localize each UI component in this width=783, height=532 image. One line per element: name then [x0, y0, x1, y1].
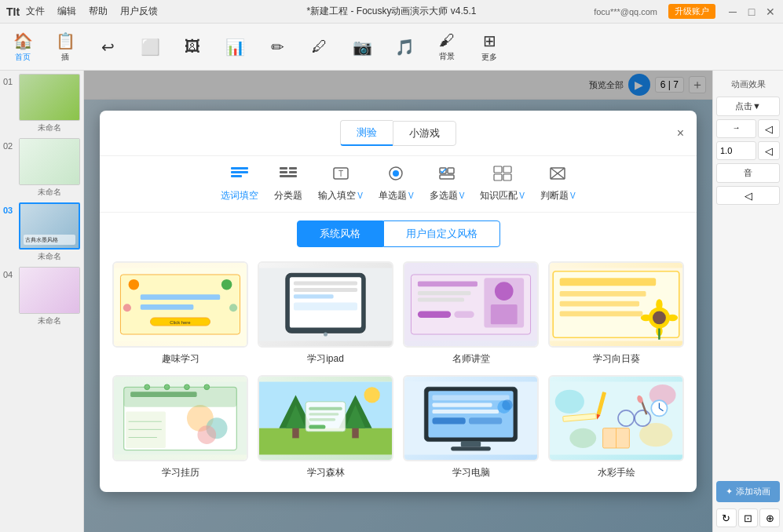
- svg-point-57: [668, 315, 679, 321]
- toolbar-camera[interactable]: 📷: [342, 27, 382, 67]
- input-fill-icon: T: [331, 166, 350, 186]
- toolbar-image[interactable]: 🖼: [173, 27, 212, 67]
- animation-value-input[interactable]: [716, 141, 756, 160]
- qtype-classify[interactable]: 分类题: [274, 166, 302, 202]
- template-computer[interactable]: 学习电脑: [403, 375, 539, 479]
- animation-speed-input[interactable]: →: [716, 119, 756, 138]
- template-teacher-label: 名师讲堂: [452, 352, 490, 366]
- tab-quiz[interactable]: 测验: [340, 120, 393, 146]
- refresh-icon[interactable]: ↻: [716, 508, 737, 527]
- toolbar-insert[interactable]: 📋 插: [46, 27, 85, 67]
- minimize-button[interactable]: ─: [726, 5, 739, 18]
- toolbar-more[interactable]: ⊞ 更多: [470, 27, 509, 67]
- template-calendar[interactable]: 学习挂历: [112, 375, 248, 479]
- image-icon: 🖼: [185, 38, 200, 56]
- template-thumb-sunflower: [548, 261, 684, 348]
- template-ipad[interactable]: 学习ipad: [258, 261, 393, 366]
- svg-rect-96: [432, 395, 509, 400]
- svg-rect-88: [309, 407, 342, 410]
- svg-point-29: [229, 304, 237, 312]
- upgrade-button[interactable]: 升级账户: [668, 4, 715, 19]
- menu-file[interactable]: 文件: [26, 5, 45, 18]
- multi-choice-icon: [437, 166, 456, 186]
- svg-rect-48: [418, 311, 451, 317]
- qtype-input-fill-label: 输入填空 V: [318, 189, 363, 202]
- svg-point-24: [129, 279, 140, 290]
- toolbar-pen[interactable]: 🖊: [300, 27, 339, 67]
- template-teacher[interactable]: 名师讲堂: [403, 261, 539, 366]
- maximize-button[interactable]: □: [745, 5, 758, 18]
- insert-icon: 📋: [56, 31, 75, 50]
- animation-icon-btn-1[interactable]: ◁: [758, 119, 780, 138]
- qtype-multi[interactable]: 多选题 V: [430, 166, 465, 202]
- v-badge-input: V: [357, 191, 363, 200]
- v-badge-judge: V: [570, 191, 576, 200]
- modal-close-button[interactable]: ×: [677, 126, 684, 140]
- click-animation-button[interactable]: 点击▼: [716, 97, 780, 116]
- svg-rect-47: [418, 298, 464, 302]
- copy-icon[interactable]: ⊡: [738, 508, 759, 527]
- svg-rect-90: [309, 418, 335, 421]
- qtype-judge[interactable]: 判断题 V: [540, 166, 576, 202]
- bottom-icon-row: ↻ ⊡ ⊕: [716, 508, 780, 527]
- toolbar-audio[interactable]: 🎵: [385, 27, 424, 67]
- qtype-match[interactable]: 知识匹配 V: [480, 166, 525, 202]
- svg-rect-6: [289, 171, 297, 173]
- main-area: 01 未命名 02 未命名 03: [0, 71, 783, 532]
- menu-edit[interactable]: 编辑: [57, 5, 76, 18]
- template-thumb-calendar: [112, 375, 248, 461]
- template-watercolor[interactable]: 水彩手绘: [548, 375, 684, 479]
- template-forest[interactable]: 学习森林: [258, 375, 393, 479]
- qtype-input-fill[interactable]: T 输入填空 V: [318, 166, 363, 202]
- template-fun-learn[interactable]: Click here 趣味学习: [112, 261, 248, 366]
- modal-overlay: 测验 小游戏 ×: [84, 71, 712, 532]
- animation-icon-btn-2[interactable]: ◁: [758, 141, 780, 160]
- close-button[interactable]: ✕: [764, 5, 777, 18]
- sound-icon-btn[interactable]: ◁: [716, 186, 780, 205]
- svg-rect-45: [418, 281, 477, 286]
- animation-row-2: ◁: [716, 141, 780, 160]
- svg-point-92: [364, 387, 380, 403]
- toolbar-more-label: 更多: [481, 52, 497, 63]
- qtype-single[interactable]: 单选题 V: [379, 166, 414, 202]
- menu-help[interactable]: 帮助: [89, 5, 108, 18]
- toolbar-bg[interactable]: 🖌 背景: [427, 27, 467, 67]
- svg-rect-91: [309, 425, 325, 428]
- toolbar-chart[interactable]: 📊: [215, 27, 254, 67]
- svg-rect-27: [141, 304, 194, 310]
- layers-icon[interactable]: ⊕: [759, 508, 780, 527]
- slide-thumb-2[interactable]: [19, 138, 80, 185]
- add-animation-button[interactable]: ✦ 添加动画: [716, 481, 780, 502]
- chart-icon: 📊: [225, 38, 245, 56]
- quiz-modal: 测验 小游戏 ×: [100, 111, 697, 492]
- system-style-button[interactable]: 系统风格: [297, 220, 383, 247]
- toolbar-bg-label: 背景: [439, 51, 455, 62]
- bg-icon: 🖌: [439, 31, 455, 49]
- toolbar-draw[interactable]: ✏: [258, 27, 297, 67]
- tab-game[interactable]: 小游戏: [393, 121, 456, 146]
- svg-rect-86: [352, 428, 358, 439]
- toolbar-undo[interactable]: ↩: [88, 27, 127, 67]
- sound-button[interactable]: 音: [716, 163, 780, 183]
- qtype-multi-label: 多选题 V: [430, 189, 465, 202]
- svg-rect-7: [280, 175, 297, 177]
- svg-rect-14: [440, 175, 454, 179]
- custom-style-button[interactable]: 用户自定义风格: [383, 220, 500, 247]
- toolbar-home[interactable]: 🏠 首页: [3, 27, 42, 67]
- svg-rect-35: [294, 281, 357, 285]
- template-ipad-label: 学习ipad: [307, 352, 344, 366]
- toolbar-shape[interactable]: ⬜: [130, 27, 170, 67]
- slide-thumb-1[interactable]: [19, 74, 80, 121]
- svg-rect-38: [294, 302, 357, 310]
- titlebar: TIt 文件 编辑 帮助 用户反馈 *新建工程 - Focusky动画演示大师 …: [0, 0, 783, 24]
- menu-feedback[interactable]: 用户反馈: [120, 5, 158, 18]
- svg-rect-101: [461, 442, 481, 447]
- template-calendar-label: 学习挂历: [162, 466, 199, 479]
- question-types-bar: 选词填空 分类题: [100, 156, 697, 213]
- slide-thumb-3[interactable]: 古典水墨风格: [19, 202, 80, 250]
- slide-thumb-4[interactable]: [19, 267, 80, 314]
- template-sunflower[interactable]: 学习向日葵: [548, 261, 684, 366]
- qtype-fill-word[interactable]: 选词填空: [221, 166, 258, 202]
- slides-panel: 01 未命名 02 未命名 03: [0, 71, 84, 532]
- qtype-classify-label: 分类题: [274, 189, 302, 202]
